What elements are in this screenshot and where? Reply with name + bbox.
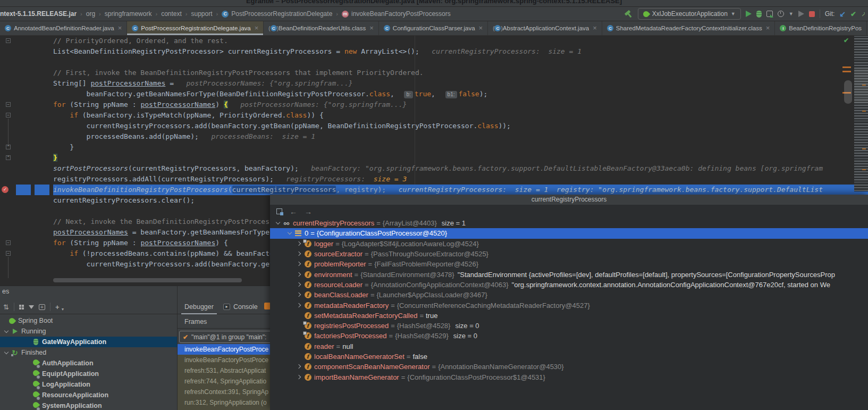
editor-tab[interactable]: (C)BeanDefinitionReaderUtils.class× — [264, 21, 379, 35]
chevron-down-icon[interactable] — [3, 350, 11, 355]
code-line[interactable]: for (String ppName : postProcessorNames)… — [53, 99, 868, 110]
service-row[interactable]: Spring Boot — [0, 315, 177, 326]
code-line[interactable]: } — [53, 142, 868, 153]
code-line[interactable]: String[] postProcessorNames = postProces… — [53, 78, 868, 89]
service-row[interactable]: AuthApplication — [0, 358, 177, 369]
chevron-down-icon[interactable] — [286, 231, 294, 236]
code-line[interactable]: if (beanFactory.isTypeMatch(ppName, Prio… — [53, 110, 868, 121]
breadcrumb-item[interactable]: ntext-5.1.15.RELEASE.jar — [0, 10, 77, 18]
variable-row[interactable]: ffactoriesPostProcessed={HashSet@4529}si… — [270, 331, 868, 341]
chevron-down-icon[interactable]: ▼ — [789, 11, 794, 16]
forward-arrow-icon[interactable]: → — [305, 207, 312, 216]
variable-row[interactable]: fresourceLoader={AnnotationConfigApplica… — [270, 280, 868, 290]
fold-end-icon[interactable]: ⌃ — [6, 155, 11, 160]
chevron-right-icon[interactable] — [296, 303, 304, 308]
git-update-icon[interactable]: ↙ — [839, 10, 846, 18]
coverage-button[interactable] — [778, 11, 784, 17]
inspection-status-icon[interactable]: ✔ — [844, 37, 849, 44]
chevron-down-icon[interactable] — [3, 329, 11, 334]
chevron-right-icon[interactable] — [296, 272, 304, 277]
close-icon[interactable]: × — [369, 26, 374, 31]
variable-row[interactable]: fregistriesPostProcessed={HashSet@4528}s… — [270, 321, 868, 331]
editor-tab[interactable]: IBeanDefinitionRegistryPos — [775, 21, 867, 35]
variable-row[interactable]: fmetadataReaderFactory={ConcurrentRefere… — [270, 300, 868, 310]
variable-row[interactable]: fsourceExtractor={PassThroughSourceExtra… — [270, 249, 868, 259]
service-row[interactable]: ↻Finished — [0, 347, 177, 358]
inspect-icon[interactable] — [276, 208, 282, 214]
code-line[interactable]: processedBeans.add(ppName); processedBea… — [53, 131, 868, 142]
collapse-all-icon[interactable]: ⇅ — [3, 303, 9, 311]
horizontal-scrollbar[interactable] — [53, 278, 242, 282]
close-icon[interactable]: × — [479, 26, 483, 31]
chevron-down-icon[interactable] — [275, 221, 282, 225]
fold-end-icon[interactable]: ⌃ — [6, 145, 11, 149]
variable-row[interactable]: 0={ConfigurationClassPostProcessor@4520} — [270, 228, 868, 238]
code-line[interactable]: // First, invoke the BeanDefinitionRegis… — [53, 68, 868, 78]
code-line[interactable]: } — [53, 153, 868, 163]
fold-marker-icon[interactable]: − — [6, 113, 11, 118]
editor-tab[interactable]: CAnnotatedBeanDefinitionReader.java× — [0, 21, 127, 35]
error-stripe-mark[interactable] — [842, 66, 851, 68]
variable-row[interactable]: fsetMetadataReaderFactoryCalled=true — [270, 311, 868, 321]
fold-marker-icon[interactable]: − — [6, 251, 11, 256]
breadcrumb-item[interactable]: ›CPostProcessorRegistrationDelegate — [213, 10, 333, 18]
error-stripe-mark[interactable] — [842, 71, 851, 72]
variable-row[interactable]: flocalBeanNameGeneratorSet=false — [270, 352, 868, 362]
editor-tab[interactable]: CSharedMetadataReaderFactoryContextIniti… — [602, 21, 775, 35]
vertical-scrollbar[interactable] — [844, 80, 852, 104]
chevron-right-icon[interactable] — [296, 262, 304, 266]
variable-row[interactable]: fimportBeanNameGenerator={ConfigurationC… — [270, 372, 868, 382]
minimap-viewport[interactable] — [854, 68, 868, 103]
run-button[interactable] — [746, 11, 752, 17]
variable-row[interactable]: fcomponentScanBeanNameGenerator={Annotat… — [270, 362, 868, 372]
code-line[interactable] — [53, 57, 868, 68]
chevron-right-icon[interactable] — [296, 364, 304, 369]
editor-tab[interactable]: CConfigurationClassParser.java× — [379, 21, 488, 35]
service-row[interactable]: GateWayApplication — [0, 337, 177, 347]
chevron-right-icon[interactable] — [296, 292, 304, 297]
git-push-icon[interactable]: ↗ — [861, 10, 865, 18]
code-line[interactable]: // PriorityOrdered, Ordered, and the res… — [53, 36, 868, 46]
add-service-icon[interactable]: + — [39, 304, 45, 310]
code-minimap[interactable] — [854, 36, 868, 191]
variable-row[interactable]: freader=null — [270, 341, 868, 352]
editor-tab[interactable]: (C)AbstractApplicationContext.java× — [488, 21, 602, 35]
close-icon[interactable]: × — [593, 26, 597, 31]
chevron-right-icon[interactable] — [296, 282, 304, 287]
chevron-right-icon[interactable] — [296, 241, 304, 246]
breadcrumb-item[interactable]: ›springframework — [95, 10, 151, 18]
variable-row[interactable]: fenvironment={StandardEnvironment@3478}"… — [270, 269, 868, 279]
git-commit-icon[interactable]: ✔ — [850, 10, 856, 18]
code-line[interactable]: currentRegistryProcessors.add(beanFactor… — [53, 121, 868, 131]
editor-tab[interactable]: CPostProcessorRegistrationDelegate.java× — [127, 21, 264, 35]
service-row[interactable]: EquiptApplication — [0, 369, 177, 379]
fold-marker-icon[interactable]: − — [6, 240, 11, 245]
code-line[interactable]: List<BeanDefinitionRegistryPostProcessor… — [53, 46, 868, 57]
variable-row[interactable]: fbeanClassLoader={Launcher$AppClassLoade… — [270, 290, 868, 300]
service-row[interactable]: Running — [0, 326, 177, 337]
view-options-icon[interactable] — [19, 305, 24, 309]
close-icon[interactable]: × — [766, 26, 770, 31]
breadcrumb-item[interactable]: ›minvokeBeanFactoryPostProcessors — [332, 10, 450, 18]
service-row[interactable]: LogApplication — [0, 379, 177, 390]
debug-button[interactable] — [756, 11, 762, 18]
breadcrumb-item[interactable]: ›org — [77, 10, 95, 18]
variable-row[interactable]: flogger={LogAdapter$Slf4jLocationAwareLo… — [270, 239, 868, 249]
rerun-button-disabled[interactable] — [798, 11, 804, 17]
variable-row[interactable]: fproblemReporter={FailFastProblemReporte… — [270, 259, 868, 269]
fold-marker-icon[interactable]: − — [6, 38, 11, 43]
close-icon[interactable]: × — [255, 26, 259, 31]
code-line[interactable]: beanFactory.getBeanNamesForType(BeanDefi… — [53, 89, 868, 99]
breadcrumb-item[interactable]: ›support — [182, 10, 213, 18]
chevron-right-icon[interactable] — [296, 375, 304, 380]
back-arrow-icon[interactable]: ← — [290, 207, 297, 216]
code-line[interactable]: invokeBeanDefinitionRegistryPostProcesso… — [53, 185, 868, 195]
add-icon[interactable]: + — [55, 303, 60, 311]
breadcrumb-item[interactable]: ›context — [151, 10, 181, 18]
code-line[interactable]: registryProcessors.addAll(currentRegistr… — [53, 174, 868, 185]
variable-row[interactable]: oocurrentRegistryProcessors={ArrayList@4… — [270, 218, 868, 228]
tab-debugger[interactable]: Debugger — [184, 303, 214, 311]
fold-marker-icon[interactable]: − — [6, 102, 11, 107]
build-hammer-icon[interactable] — [622, 7, 635, 20]
profiler-button[interactable] — [766, 11, 773, 17]
